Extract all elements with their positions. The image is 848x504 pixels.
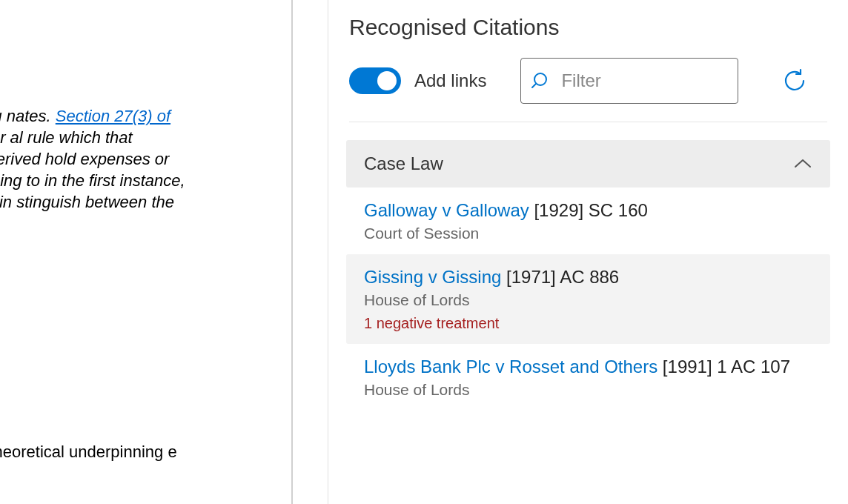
citation-name-link[interactable]: Galloway v Galloway (364, 200, 529, 220)
panel-title: Recognised Citations (349, 15, 827, 40)
add-links-toggle[interactable] (349, 67, 401, 94)
citation-item[interactable]: Lloyds Bank Plc v Rosset and Others [199… (346, 344, 830, 411)
vertical-divider (293, 0, 328, 504)
refresh-button[interactable] (781, 67, 808, 94)
citation-court: House of Lords (364, 291, 812, 309)
citation-item[interactable]: Gissing v Gissing [1971] AC 886 House of… (346, 254, 830, 344)
document-pane: e home of a cohabiting nates. Section 27… (0, 0, 293, 504)
citation-warning: 1 negative treatment (364, 315, 812, 332)
search-icon (531, 70, 552, 91)
citation-name-link[interactable]: Gissing v Gissing (364, 267, 501, 287)
filter-input[interactable] (561, 70, 727, 91)
section-title: Case Law (364, 153, 443, 174)
citation-court: House of Lords (364, 381, 812, 399)
document-excerpt: e home of a cohabiting nates. Section 27… (0, 105, 185, 213)
citation-court: Court of Session (364, 225, 812, 242)
svg-line-1 (532, 84, 536, 87)
citation-name-link[interactable]: Lloyds Bank Plc v Rosset and Others (364, 357, 657, 377)
citations-content: Case Law Galloway v Galloway [1929] SC 1… (328, 122, 848, 504)
citations-panel: Recognised Citations Add links (328, 0, 848, 504)
add-links-label: Add links (414, 70, 486, 91)
citation-item[interactable]: Galloway v Galloway [1929] SC 160 Court … (346, 188, 830, 254)
filter-box[interactable] (520, 58, 738, 104)
chevron-up-icon (793, 158, 812, 170)
toolbar: Add links (349, 58, 827, 122)
document-excerpt-2: pinion. But it may be theoretical underp… (0, 441, 185, 484)
citation-list: Galloway v Galloway [1929] SC 160 Court … (346, 188, 830, 411)
section-header-case-law[interactable]: Case Law (346, 140, 830, 188)
